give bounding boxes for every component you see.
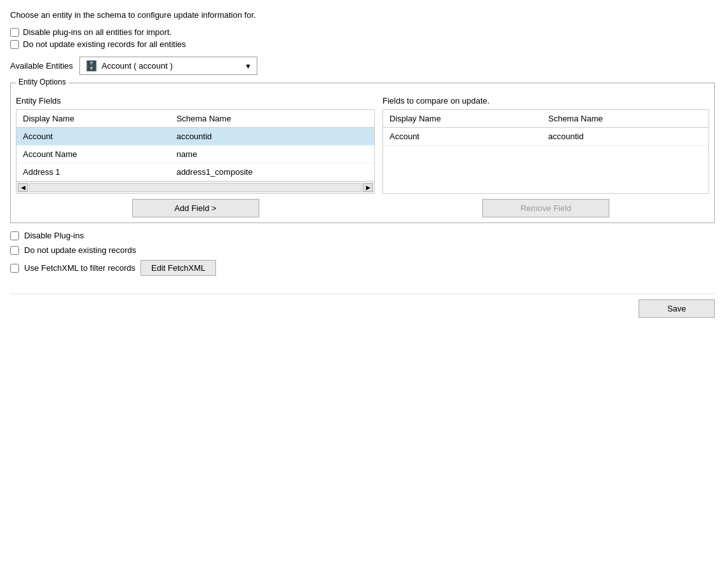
save-button[interactable]: Save <box>639 299 715 318</box>
no-update-all-row: Do not update existing records for all e… <box>10 39 715 49</box>
add-field-row: Add Field > <box>16 199 375 217</box>
right-table-row[interactable]: Account accountid <box>383 128 708 146</box>
left-schema-name: address1_composite <box>170 163 374 181</box>
db-icon: 🗄️ <box>85 60 98 72</box>
left-table: Display Name Schema Name Account account… <box>17 110 374 181</box>
left-table-header-row: Display Name Schema Name <box>17 110 374 128</box>
right-table-wrapper: Display Name Schema Name Account account… <box>383 109 709 194</box>
disable-plugins-global-label: Disable plug-ins on all entities for imp… <box>23 27 172 37</box>
left-col-display: Display Name <box>17 110 170 128</box>
left-scroll-right-btn[interactable]: ▶ <box>363 183 373 192</box>
available-entities-row: Available Entities 🗄️ Account ( account … <box>10 57 715 75</box>
left-schema-name: name <box>170 146 374 163</box>
left-table-row[interactable]: Account Name name <box>17 146 374 163</box>
left-display-name: Address 1 <box>17 163 170 181</box>
right-panel: Fields to compare on update. Display Nam… <box>383 96 709 217</box>
disable-plugins-row: Disable Plug-ins <box>10 231 715 240</box>
right-table: Display Name Schema Name Account account… <box>383 110 708 146</box>
left-table-row[interactable]: Address 1 address1_composite <box>17 163 374 181</box>
left-scrollbar-row: ◀ ▶ <box>16 182 375 194</box>
right-table-scroll[interactable]: Display Name Schema Name Account account… <box>383 110 708 146</box>
no-update-label: Do not update existing records <box>24 245 136 255</box>
fields-container: Entity Fields Display Name Schema Name A… <box>16 96 709 217</box>
no-update-all-checkbox[interactable] <box>10 40 19 49</box>
right-display-name: Account <box>383 128 542 146</box>
entities-label: Available Entities <box>10 61 73 71</box>
disable-plugins-global-row: Disable plug-ins on all entities for imp… <box>10 27 715 37</box>
left-scroll-track[interactable] <box>29 183 362 192</box>
no-update-row: Do not update existing records <box>10 245 715 255</box>
entity-options-legend: Entity Options <box>16 78 69 86</box>
add-field-button[interactable]: Add Field > <box>132 199 259 217</box>
right-schema-name: accountid <box>542 128 708 146</box>
fetchxml-checkbox[interactable] <box>10 264 19 273</box>
left-table-wrapper: Display Name Schema Name Account account… <box>16 109 375 182</box>
chevron-down-icon: ▼ <box>245 62 252 70</box>
entity-dropdown-value: Account ( account ) <box>102 61 241 71</box>
remove-field-row: Remove Field <box>383 199 709 217</box>
remove-field-button[interactable]: Remove Field <box>482 199 609 217</box>
left-table-scroll[interactable]: Display Name Schema Name Account account… <box>17 110 374 181</box>
no-update-checkbox[interactable] <box>10 246 19 255</box>
left-display-name: Account <box>17 128 170 146</box>
left-schema-name: accountid <box>170 128 374 146</box>
left-display-name: Account Name <box>17 146 170 163</box>
left-scroll-left-btn[interactable]: ◀ <box>18 183 28 192</box>
left-panel: Entity Fields Display Name Schema Name A… <box>16 96 375 217</box>
fetchxml-row: Use FetchXML to filter records Edit Fetc… <box>10 260 715 276</box>
right-col-display: Display Name <box>383 110 542 128</box>
edit-fetchxml-button[interactable]: Edit FetchXML <box>140 260 216 276</box>
left-col-schema: Schema Name <box>170 110 374 128</box>
left-table-row[interactable]: Account accountid <box>17 128 374 146</box>
right-table-header-row: Display Name Schema Name <box>383 110 708 128</box>
right-panel-label: Fields to compare on update. <box>383 96 709 106</box>
intro-text: Choose an entity in the schema to config… <box>10 10 715 20</box>
fetchxml-label: Use FetchXML to filter records <box>24 263 135 273</box>
entity-dropdown[interactable]: 🗄️ Account ( account ) ▼ <box>79 57 257 75</box>
entity-options-group: Entity Options Entity Fields Display Nam… <box>10 83 715 223</box>
left-panel-label: Entity Fields <box>16 96 375 106</box>
disable-plugins-global-checkbox[interactable] <box>10 28 19 37</box>
disable-plugins-checkbox[interactable] <box>10 231 19 240</box>
footer: Save <box>10 294 715 318</box>
bottom-options: Disable Plug-ins Do not update existing … <box>10 231 715 278</box>
no-update-all-label: Do not update existing records for all e… <box>23 39 186 49</box>
right-col-schema: Schema Name <box>542 110 708 128</box>
disable-plugins-label: Disable Plug-ins <box>24 231 84 240</box>
